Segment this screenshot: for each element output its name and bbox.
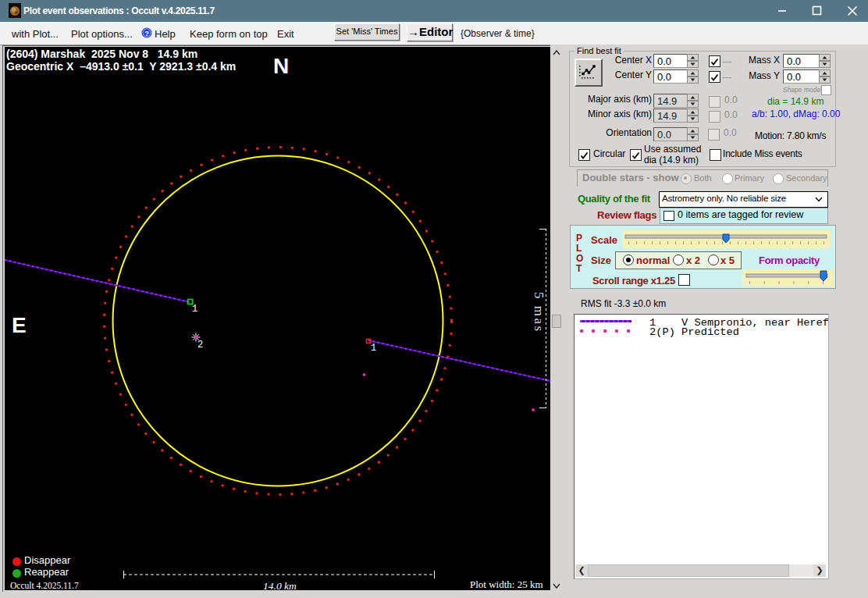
svg-text:2: 2 [197,340,203,351]
svg-text:5 mas: 5 mas [532,292,546,333]
svg-text:1: 1 [192,304,197,315]
svg-text:1: 1 [371,343,376,354]
svg-text:?: ? [144,30,149,37]
